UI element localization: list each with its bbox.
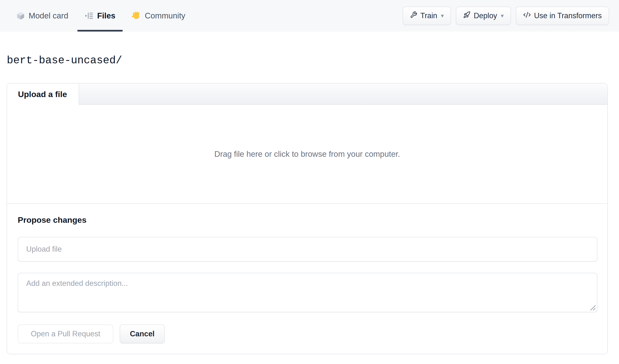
tab-model-card[interactable]: Model card [9, 0, 75, 31]
repo-action-buttons: Train ▾ Deploy ▾ [403, 0, 609, 31]
tab-files-label: Files [97, 11, 115, 20]
tab-community[interactable]: Community [125, 0, 193, 31]
train-button-label: Train [421, 11, 437, 20]
tab-upload-a-file[interactable]: Upload a file [7, 84, 79, 105]
tab-model-card-label: Model card [29, 11, 68, 20]
repo-tabs: Model card Files [9, 0, 193, 31]
model-repo-page: Model card Files [0, 0, 619, 364]
breadcrumb: bert-base-uncased/ [7, 54, 122, 67]
form-buttons-row: Open a Pull Request Cancel [18, 324, 597, 343]
tab-community-label: Community [145, 11, 185, 20]
file-dropzone[interactable]: Drag file here or click to browse from y… [7, 105, 607, 204]
upload-panel: Upload a file Drag file here or click to… [7, 83, 608, 354]
propose-changes-heading: Propose changes [18, 215, 597, 225]
repo-path[interactable]: bert-base-uncased/ [7, 54, 122, 67]
deploy-button-label: Deploy [474, 11, 497, 20]
extended-description-wrap [18, 273, 597, 312]
rocket-icon [463, 11, 470, 20]
files-list-icon [85, 11, 93, 20]
wrench-icon [410, 11, 417, 20]
open-pull-request-button[interactable]: Open a Pull Request [18, 324, 113, 343]
chevron-down-icon: ▾ [441, 13, 444, 19]
dropzone-hint-text: Drag file here or click to browse from y… [214, 150, 400, 159]
upload-panel-tabbar: Upload a file [7, 84, 607, 105]
propose-changes-section: Propose changes Open a Pull Request Canc… [7, 204, 607, 354]
resize-handle[interactable] [589, 304, 595, 310]
repo-navbar: Model card Files [0, 0, 619, 31]
upload-a-file-label: Upload a file [18, 90, 67, 99]
deploy-button[interactable]: Deploy ▾ [456, 7, 511, 25]
waving-hand-icon [132, 11, 141, 20]
tab-files[interactable]: Files [77, 0, 123, 31]
use-in-transformers-label: Use in Transformers [534, 11, 602, 20]
use-in-transformers-button[interactable]: Use in Transformers [516, 7, 609, 25]
cancel-button[interactable]: Cancel [120, 324, 165, 343]
chevron-down-icon: ▾ [501, 13, 504, 19]
commit-title-input[interactable] [18, 237, 597, 262]
code-icon [523, 11, 531, 21]
extended-description-textarea[interactable] [18, 273, 597, 312]
cube-icon [16, 11, 25, 20]
train-button[interactable]: Train ▾ [403, 7, 451, 25]
